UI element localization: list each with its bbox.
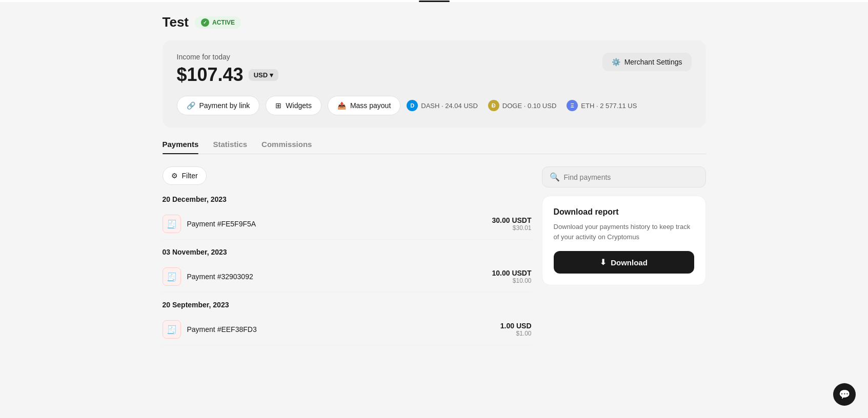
payment-left: 🧾 Payment #32903092	[163, 267, 253, 286]
income-info: Income for today $107.43 USD ▾	[177, 53, 279, 86]
currency-arrow: ▾	[270, 71, 273, 79]
merchant-settings-label: Merchant Settings	[624, 58, 682, 66]
date-group-september: 20 September, 2023 🧾 Payment #EEF38FD3 1…	[163, 301, 532, 345]
date-group-december: 20 December, 2023 🧾 Payment #FE5F9F5A 30…	[163, 195, 532, 240]
date-label-september: 20 September, 2023	[163, 301, 532, 309]
date-group-november: 03 November, 2023 🧾 Payment #32903092 10…	[163, 248, 532, 292]
page-title: Test	[163, 14, 189, 30]
status-badge: ACTIVE	[195, 16, 241, 29]
payment-by-link-label: Payment by link	[199, 101, 250, 110]
payment-name: Payment #32903092	[187, 273, 253, 281]
chat-bubble-icon: 💬	[839, 389, 850, 400]
tab-commissions[interactable]: Commissions	[261, 140, 312, 154]
payment-amount: 30.00 USDT	[492, 216, 531, 224]
dash-icon: D	[407, 100, 418, 111]
table-row[interactable]: 🧾 Payment #EEF38FD3 1.00 USD $1.00	[163, 314, 532, 345]
action-bar: 🔗 Payment by link ⊞ Widgets 📤 Mass payou…	[177, 96, 692, 115]
mass-payout-label: Mass payout	[350, 101, 391, 110]
income-label: Income for today	[177, 53, 279, 61]
filter-bar: ⚙ Filter	[163, 166, 532, 185]
payments-list: ⚙ Filter 20 December, 2023 🧾 Payment #FE…	[163, 166, 532, 353]
income-value: $107.43	[177, 64, 244, 86]
download-button[interactable]: ⬇ Download	[554, 251, 694, 274]
payment-name: Payment #FE5F9F5A	[187, 220, 256, 228]
search-box: 🔍	[542, 166, 706, 187]
download-title: Download report	[554, 207, 694, 217]
search-icon: 🔍	[550, 172, 560, 182]
payment-left: 🧾 Payment #EEF38FD3	[163, 320, 257, 339]
sidebar: 🔍 Download report Download your payments…	[542, 166, 706, 353]
payment-usd: $30.01	[492, 224, 531, 232]
payment-by-link-button[interactable]: 🔗 Payment by link	[177, 96, 260, 115]
doge-label: DOGE · 0.10 USD	[502, 102, 556, 110]
income-amount: $107.43 USD ▾	[177, 64, 279, 86]
filter-button[interactable]: ⚙ Filter	[163, 166, 207, 185]
filter-label: Filter	[182, 172, 198, 180]
chat-bubble-button[interactable]: 💬	[833, 383, 856, 406]
ticker-doge: Ð DOGE · 0.10 USD	[488, 100, 556, 111]
date-label-november: 03 November, 2023	[163, 248, 532, 256]
payment-icon: 🧾	[163, 267, 181, 286]
income-top: Income for today $107.43 USD ▾ ⚙️ Mercha…	[177, 53, 692, 86]
widgets-icon: ⊞	[275, 101, 281, 110]
status-dot-icon	[201, 18, 209, 27]
payment-right: 30.00 USDT $30.01	[492, 216, 531, 232]
date-label-december: 20 December, 2023	[163, 195, 532, 203]
income-card: Income for today $107.43 USD ▾ ⚙️ Mercha…	[163, 40, 706, 128]
payment-amount: 10.00 USDT	[492, 269, 531, 277]
payment-name: Payment #EEF38FD3	[187, 325, 257, 333]
tab-statistics[interactable]: Statistics	[213, 140, 247, 154]
eth-icon: Ξ	[567, 100, 578, 111]
payment-link-icon: 🔗	[187, 101, 195, 110]
download-icon: ⬇	[600, 258, 607, 267]
tab-payments[interactable]: Payments	[163, 140, 199, 154]
tabs: Payments Statistics Commissions	[163, 140, 706, 154]
top-bar-indicator	[419, 1, 450, 2]
table-row[interactable]: 🧾 Payment #FE5F9F5A 30.00 USDT $30.01	[163, 208, 532, 240]
doge-icon: Ð	[488, 100, 499, 111]
payment-right: 1.00 USD $1.00	[500, 322, 532, 337]
download-card: Download report Download your payments h…	[542, 196, 706, 285]
payment-icon: 🧾	[163, 320, 181, 339]
download-label: Download	[611, 258, 648, 267]
eth-label: ETH · 2 577.11 US	[581, 102, 637, 110]
payment-amount: 1.00 USD	[500, 322, 532, 330]
mass-payout-button[interactable]: 📤 Mass payout	[328, 96, 400, 115]
currency-selector[interactable]: USD ▾	[249, 69, 278, 81]
mass-payout-icon: 📤	[337, 101, 346, 110]
table-row[interactable]: 🧾 Payment #32903092 10.00 USDT $10.00	[163, 261, 532, 292]
page-header: Test ACTIVE	[163, 14, 706, 30]
content-area: ⚙ Filter 20 December, 2023 🧾 Payment #FE…	[163, 166, 706, 353]
payment-icon: 🧾	[163, 215, 181, 233]
ticker-dash: D DASH · 24.04 USD	[407, 100, 478, 111]
payment-left: 🧾 Payment #FE5F9F5A	[163, 215, 256, 233]
filter-icon: ⚙	[171, 172, 178, 180]
download-description: Download your payments history to keep t…	[554, 222, 694, 242]
dash-label: DASH · 24.04 USD	[421, 102, 478, 110]
widgets-button[interactable]: ⊞ Widgets	[266, 96, 321, 115]
search-input[interactable]	[564, 173, 698, 181]
payment-usd: $10.00	[492, 277, 531, 284]
crypto-ticker: D DASH · 24.04 USD Ð DOGE · 0.10 USD Ξ E…	[407, 100, 691, 111]
gear-icon: ⚙️	[612, 58, 620, 66]
ticker-eth: Ξ ETH · 2 577.11 US	[567, 100, 637, 111]
payment-right: 10.00 USDT $10.00	[492, 269, 531, 284]
currency-label: USD	[254, 71, 268, 79]
payment-usd: $1.00	[500, 330, 532, 337]
merchant-settings-button[interactable]: ⚙️ Merchant Settings	[602, 53, 692, 71]
widgets-label: Widgets	[286, 101, 312, 110]
status-label: ACTIVE	[212, 19, 235, 26]
top-bar	[0, 0, 868, 2]
